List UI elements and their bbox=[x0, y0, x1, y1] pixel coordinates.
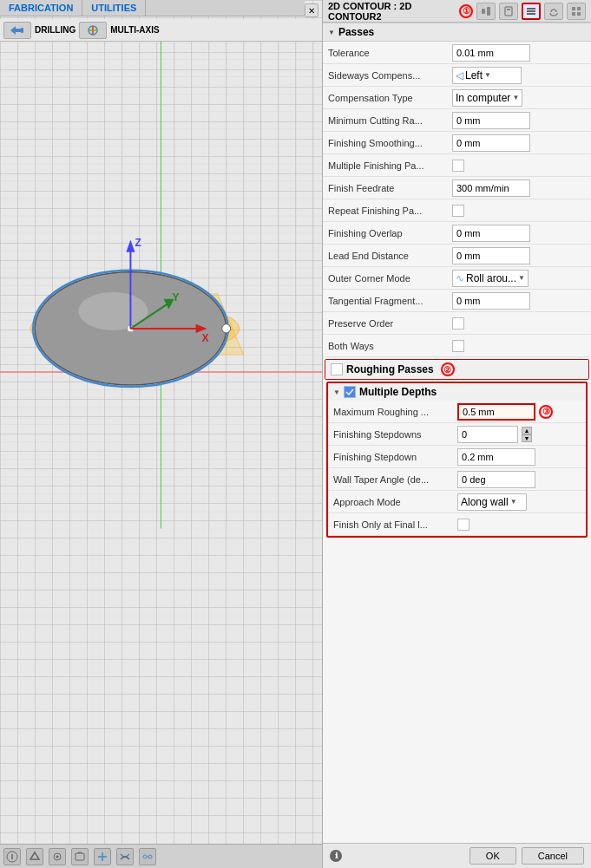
finish-feedrate-input[interactable] bbox=[452, 179, 530, 197]
status-icon-5[interactable] bbox=[94, 848, 111, 865]
props-more-icon[interactable] bbox=[567, 3, 586, 20]
min-cutting-row: Minimum Cutting Ra... bbox=[323, 109, 591, 132]
tangential-row: Tangential Fragment... bbox=[323, 290, 591, 312]
compensation-type-row: Compensation Type In computer ▼ bbox=[323, 87, 591, 109]
tab-fabrication[interactable]: FABRICATION bbox=[0, 0, 82, 16]
finishing-overlap-value bbox=[449, 224, 591, 243]
repeat-finishing-checkbox[interactable] bbox=[452, 205, 464, 217]
compensation-type-text: In computer bbox=[456, 92, 510, 104]
both-ways-row: Both Ways bbox=[323, 335, 591, 357]
tab-utilities[interactable]: UTILITIES bbox=[82, 0, 146, 16]
svg-rect-34 bbox=[487, 7, 490, 16]
close-button[interactable]: ✕ bbox=[305, 3, 318, 17]
props-holder-icon[interactable] bbox=[499, 3, 518, 20]
passes-arrow: ▼ bbox=[328, 29, 335, 36]
finish-feedrate-value bbox=[449, 179, 591, 198]
finish-final-checkbox[interactable] bbox=[457, 519, 470, 531]
preserve-order-value bbox=[449, 317, 591, 330]
roughing-passes-header[interactable]: Roughing Passes ② bbox=[325, 360, 588, 379]
status-icon-6[interactable] bbox=[116, 848, 134, 865]
finishing-stepdown-input[interactable] bbox=[457, 448, 535, 466]
roll-icon: ∿ bbox=[456, 272, 464, 284]
status-icon-3[interactable] bbox=[49, 848, 66, 865]
lead-end-row: Lead End Distance bbox=[323, 245, 591, 267]
wall-taper-row: Wall Taper Angle (de... bbox=[328, 468, 586, 491]
wall-taper-value bbox=[454, 470, 586, 489]
passes-section-header[interactable]: ▼ Passes bbox=[323, 23, 591, 42]
finish-final-row: Finish Only at Final l... bbox=[328, 513, 586, 536]
multiple-depths-checkbox[interactable] bbox=[344, 386, 356, 398]
finishing-stepdowns-input[interactable] bbox=[457, 426, 518, 443]
props-footer: ℹ OK Cancel bbox=[323, 843, 591, 868]
tolerance-value bbox=[449, 43, 591, 62]
max-roughing-row: Maximum Roughing ... ③ bbox=[328, 401, 586, 423]
tolerance-input[interactable] bbox=[452, 44, 530, 62]
finishing-stepdowns-spinbox: ▲ ▼ bbox=[522, 427, 532, 442]
repeat-finishing-value bbox=[449, 204, 591, 218]
roughing-passes-checkbox[interactable] bbox=[331, 363, 343, 375]
svg-rect-43 bbox=[577, 12, 581, 16]
approach-mode-value: Along wall ▼ bbox=[454, 493, 586, 512]
status-icon-1[interactable] bbox=[3, 848, 21, 865]
svg-rect-1 bbox=[16, 29, 21, 32]
svg-rect-35 bbox=[505, 7, 512, 16]
approach-mode-row: Approach Mode Along wall ▼ bbox=[328, 491, 586, 513]
svg-rect-40 bbox=[572, 7, 575, 10]
sideways-row: Sideways Compens... ◁ Left ▼ bbox=[323, 64, 591, 87]
status-icon-7[interactable] bbox=[139, 848, 156, 865]
annotation-2: ② bbox=[441, 362, 455, 376]
roughing-passes-title: Roughing Passes bbox=[346, 363, 434, 375]
tangential-input[interactable] bbox=[452, 292, 530, 310]
compensation-type-dropdown[interactable]: In computer ▼ bbox=[452, 89, 522, 107]
outer-corner-text: Roll arou... bbox=[466, 272, 516, 284]
finishing-overlap-input[interactable] bbox=[452, 225, 530, 242]
props-tool-icon[interactable] bbox=[476, 3, 496, 20]
outer-corner-dropdown[interactable]: ∿ Roll arou... ▼ bbox=[452, 270, 529, 287]
lead-end-input[interactable] bbox=[452, 247, 530, 264]
max-roughing-label: Maximum Roughing ... bbox=[328, 405, 454, 419]
preserve-order-checkbox[interactable] bbox=[452, 317, 464, 330]
max-roughing-input[interactable] bbox=[457, 403, 535, 421]
viewport-toolbar: DRILLING MULTI-AXIS bbox=[0, 19, 322, 42]
multiple-finishing-checkbox[interactable] bbox=[452, 160, 464, 172]
scene-svg: Z Y X bbox=[0, 42, 322, 529]
svg-rect-33 bbox=[482, 9, 485, 14]
status-icon-4[interactable] bbox=[71, 848, 89, 865]
main-layout: FABRICATION UTILITIES ✕ DRILLING MULTI-A… bbox=[0, 0, 591, 868]
cancel-button[interactable]: Cancel bbox=[522, 847, 584, 865]
svg-text:Z: Z bbox=[135, 237, 141, 249]
drill-icon[interactable] bbox=[3, 22, 31, 39]
props-links-icon[interactable] bbox=[544, 3, 563, 20]
both-ways-checkbox[interactable] bbox=[452, 340, 464, 352]
status-bar bbox=[0, 844, 322, 868]
multiaxis-icon[interactable] bbox=[79, 22, 107, 39]
info-icon[interactable]: ℹ bbox=[330, 850, 342, 862]
lead-end-label: Lead End Distance bbox=[323, 249, 449, 263]
multiple-finishing-row: Multiple Finishing Pa... bbox=[323, 154, 591, 177]
approach-mode-text: Along wall bbox=[461, 496, 509, 508]
tab-row: FABRICATION UTILITIES bbox=[0, 0, 305, 16]
annotation-1: ① bbox=[459, 4, 473, 18]
finishing-stepdown-row: Finishing Stepdown bbox=[328, 446, 586, 468]
multiple-depths-header[interactable]: ▼ Multiple Depths bbox=[328, 383, 586, 401]
max-roughing-value: ③ bbox=[454, 402, 586, 421]
finishing-stepdowns-value: ▲ ▼ bbox=[454, 425, 586, 444]
properties-panel: 2D CONTOUR : 2D CONTOUR2 ① ▼ bbox=[322, 0, 591, 868]
finishing-smooth-input[interactable] bbox=[452, 134, 530, 152]
spin-up-button[interactable]: ▲ bbox=[522, 427, 532, 434]
ok-button[interactable]: OK bbox=[470, 847, 516, 865]
finish-final-value bbox=[454, 518, 586, 532]
wall-taper-input[interactable] bbox=[457, 471, 535, 488]
props-passes-icon[interactable] bbox=[522, 3, 541, 20]
approach-mode-dropdown[interactable]: Along wall ▼ bbox=[457, 493, 527, 511]
finishing-overlap-label: Finishing Overlap bbox=[323, 226, 449, 240]
status-icon-2[interactable] bbox=[26, 848, 43, 865]
props-title: 2D CONTOUR : 2D CONTOUR2 bbox=[328, 1, 454, 22]
min-cutting-input[interactable] bbox=[452, 112, 530, 129]
svg-text:X: X bbox=[202, 332, 209, 344]
sideways-dropdown[interactable]: ◁ Left ▼ bbox=[452, 67, 522, 84]
spin-down-button[interactable]: ▼ bbox=[522, 434, 532, 442]
props-content[interactable]: ▼ Passes Tolerance Sideways Compens... ◁… bbox=[323, 23, 591, 843]
finish-feedrate-label: Finish Feedrate bbox=[323, 181, 449, 195]
repeat-finishing-label: Repeat Finishing Pa... bbox=[323, 204, 449, 218]
